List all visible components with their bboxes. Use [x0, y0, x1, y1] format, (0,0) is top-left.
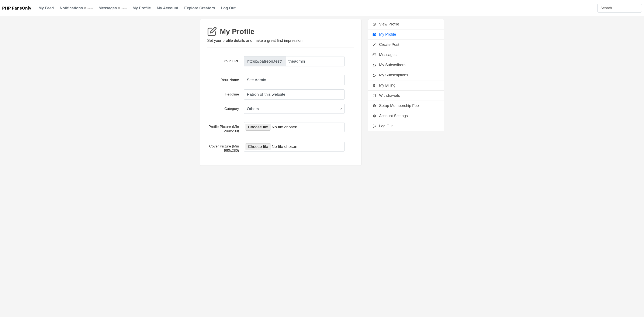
nav-label: Explore Creators — [184, 6, 215, 10]
cover-pic-file[interactable]: Choose file No file chosen — [244, 142, 345, 152]
headline-input[interactable] — [244, 89, 345, 100]
brand[interactable]: PHP FansOnly — [2, 6, 32, 10]
user-edit-icon — [372, 74, 376, 77]
svg-text:$: $ — [374, 104, 375, 107]
sidebar-my-subscribers[interactable]: My Subscribers — [368, 60, 444, 70]
edit-icon — [207, 26, 217, 36]
nav-messages[interactable]: Messages 0 new — [99, 6, 127, 10]
sidebar-label: My Subscriptions — [379, 73, 408, 78]
nav-label: Messages — [99, 6, 117, 10]
nav-label: Log Out — [221, 6, 236, 10]
no-file-label: No file chosen — [272, 125, 297, 130]
nav-my-account[interactable]: My Account — [157, 6, 178, 10]
sidebar-label: Withdrawals — [379, 93, 400, 98]
svg-point-5 — [373, 74, 374, 75]
sidebar-label: Setup Membership Fee — [379, 104, 419, 108]
url-input-group: https://patreon.test/ — [244, 56, 345, 66]
svg-rect-4 — [375, 65, 376, 66]
sidebar-label: View Profile — [379, 22, 399, 26]
sidebar-messages[interactable]: Messages — [368, 50, 444, 60]
page-subtitle: Set your profile details and make a grea… — [207, 38, 354, 43]
row-profile-pic: Profile Picture (Min 200x200) Choose fil… — [207, 122, 354, 133]
label-headline: Headline — [207, 92, 244, 96]
sidebar-logout[interactable]: Log Out — [368, 121, 444, 131]
sidebar-label: My Profile — [379, 32, 396, 37]
pen-icon — [372, 43, 376, 47]
page-title: My Profile — [220, 27, 254, 36]
svg-point-3 — [373, 64, 374, 65]
search-input[interactable] — [597, 4, 642, 12]
nav-label: My Feed — [38, 6, 54, 10]
label-url: Your URL — [207, 59, 244, 64]
sidebar-account-settings[interactable]: Account Settings — [368, 111, 444, 121]
sidebar-label: Log Out — [379, 124, 393, 128]
eye-icon — [372, 22, 376, 26]
sidebar-label: My Subscribers — [379, 63, 406, 67]
navbar-left: PHP FansOnly My Feed Notifications 0 new… — [2, 6, 236, 10]
sidebar-my-billing[interactable]: $ My Billing — [368, 80, 444, 90]
sidebar-setup-fee[interactable]: $ Setup Membership Fee — [368, 101, 444, 111]
label-profile-pic: Profile Picture (Min 200x200) — [207, 122, 244, 133]
nav-explore[interactable]: Explore Creators — [184, 6, 215, 10]
nav-badge: 0 new — [84, 6, 93, 10]
sidebar: View Profile My Profile Create Post Mess… — [368, 19, 444, 131]
sidebar-create-post[interactable]: Create Post — [368, 40, 444, 50]
nav-badge: 0 new — [118, 6, 127, 10]
sidebar-my-profile[interactable]: My Profile — [368, 30, 444, 40]
edit-icon — [372, 33, 376, 36]
dollar-icon: $ — [372, 104, 376, 108]
invoice-icon: $ — [372, 84, 376, 88]
logout-icon — [372, 124, 376, 128]
label-cover-pic: Cover Picture (Min 960x280) — [207, 142, 244, 153]
choose-file-button[interactable]: Choose file — [246, 124, 270, 130]
nav-label: My Profile — [133, 6, 151, 10]
row-url: Your URL https://patreon.test/ — [207, 56, 354, 66]
nav-notifications[interactable]: Notifications 0 new — [60, 6, 92, 10]
gear-icon — [372, 114, 376, 118]
url-prefix: https://patreon.test/ — [244, 56, 285, 66]
nav-logout[interactable]: Log Out — [221, 6, 236, 10]
user-lock-icon — [372, 63, 376, 67]
svg-point-1 — [374, 24, 374, 24]
category-select[interactable]: Others — [244, 104, 345, 114]
name-input[interactable] — [244, 75, 345, 85]
navbar: PHP FansOnly My Feed Notifications 0 new… — [0, 0, 644, 16]
svg-point-7 — [373, 94, 375, 95]
coins-icon — [372, 94, 376, 98]
divider — [207, 48, 354, 48]
envelope-icon — [372, 53, 376, 57]
row-name: Your Name — [207, 75, 354, 85]
sidebar-label: Create Post — [379, 42, 399, 47]
nav-label: Notifications — [60, 6, 83, 10]
row-category: Category Others — [207, 104, 354, 114]
url-input[interactable] — [285, 56, 345, 66]
sidebar-withdrawals[interactable]: Withdrawals — [368, 90, 444, 101]
choose-file-button[interactable]: Choose file — [246, 143, 270, 150]
no-file-label: No file chosen — [272, 144, 297, 149]
sidebar-my-subscriptions[interactable]: My Subscriptions — [368, 70, 444, 80]
sidebar-label: Account Settings — [379, 114, 408, 118]
nav-label: My Account — [157, 6, 178, 10]
label-name: Your Name — [207, 78, 244, 82]
label-category: Category — [207, 107, 244, 111]
profile-pic-file[interactable]: Choose file No file chosen — [244, 122, 345, 132]
row-headline: Headline — [207, 89, 354, 100]
svg-text:$: $ — [374, 85, 374, 86]
sidebar-label: My Billing — [379, 83, 396, 88]
nav-my-feed[interactable]: My Feed — [38, 6, 54, 10]
sidebar-view-profile[interactable]: View Profile — [368, 19, 444, 30]
row-cover-pic: Cover Picture (Min 960x280) Choose file … — [207, 142, 354, 153]
sidebar-label: Messages — [379, 52, 396, 57]
nav-my-profile[interactable]: My Profile — [133, 6, 151, 10]
profile-card: My Profile Set your profile details and … — [200, 19, 362, 166]
